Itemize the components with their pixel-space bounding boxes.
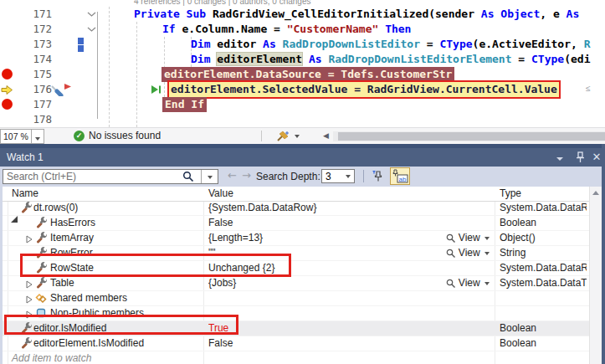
watch-type: String — [500, 247, 587, 259]
status-separator — [261, 131, 262, 141]
code-cleanup-dropdown[interactable] — [295, 135, 300, 138]
search-back-arrow[interactable]: ← — [228, 169, 237, 182]
watch-row-table[interactable]: Table{Jobs} View System.Data.DataT... — [0, 276, 605, 291]
watch-name[interactable]: Table — [50, 277, 201, 289]
vertical-scrollbar[interactable] — [589, 187, 602, 364]
add-item-to-watch-row[interactable]: Add item to watch — [0, 351, 605, 364]
watch-name[interactable]: RowState — [50, 262, 201, 274]
watch-row-rowstate[interactable]: RowStateUnchanged {2}System.Data.DataR..… — [0, 261, 605, 276]
code-line-178[interactable]: 178 — [0, 112, 605, 127]
watch-name[interactable]: ItemArray — [50, 232, 201, 244]
watch-value[interactable]: {System.Data.DataRow} — [208, 202, 443, 213]
panel-edge — [0, 187, 3, 364]
watch-value[interactable]: False — [208, 337, 443, 349]
code-text[interactable]: Dim editor As RadDropDownListEditor = CT… — [191, 37, 590, 52]
watch-title-bar[interactable]: Watch 1 ✕ — [0, 148, 605, 167]
expander-closed-icon[interactable] — [26, 295, 33, 306]
watch-row-editor-ismodified[interactable]: editor.IsModifiedTrueBoolean — [0, 321, 605, 336]
toolbar-separator — [363, 170, 364, 182]
pin-window-button[interactable] — [572, 148, 587, 167]
expander-closed-icon[interactable] — [26, 310, 33, 321]
code-line-173[interactable]: 173Dim editor As RadDropDownListEditor =… — [0, 37, 605, 52]
watch-row-editorelement-ismodified[interactable]: editorElement.IsModifiedFalseBoolean — [0, 336, 605, 351]
code-text[interactable]: Private Sub RadGridView_CellEditorInitia… — [134, 7, 586, 22]
pin-to-source-icon[interactable] — [370, 168, 387, 185]
code-text[interactable]: editorElement.SelectedValue = RadGridVie… — [167, 80, 561, 99]
watch-value[interactable]: {Length=13} — [208, 232, 443, 244]
expander-closed-icon[interactable] — [26, 279, 33, 291]
column-header-name[interactable]: Name — [12, 187, 38, 199]
expander-open-icon[interactable] — [11, 204, 18, 216]
breakpoint-icon[interactable] — [2, 69, 13, 79]
search-depth-label: Search Depth: — [256, 171, 320, 182]
window-position-button[interactable] — [552, 148, 567, 167]
view-button[interactable]: View — [423, 277, 490, 289]
code-cleanup-broom-icon[interactable] — [274, 130, 291, 143]
add-item-placeholder: Add item to watch — [12, 352, 91, 364]
issues-status-text[interactable]: No issues found — [89, 130, 161, 141]
panel-edge — [602, 144, 605, 364]
watch-name[interactable]: RowError — [50, 247, 201, 259]
watch-name[interactable]: dt.rows(0) — [33, 202, 201, 213]
watch-name[interactable]: HasErrors — [50, 217, 201, 228]
horizontal-scrollbar[interactable] — [333, 131, 605, 141]
expander-closed-icon[interactable] — [26, 234, 33, 246]
code-line-172[interactable]: 172If e.Column.Name = "CustomerName" The… — [0, 22, 605, 37]
watch-row-rowerror[interactable]: RowError"" View String — [0, 246, 605, 261]
code-line-171[interactable]: 171Private Sub RadGridView_CellEditorIni… — [0, 7, 605, 22]
search-options-dropdown[interactable] — [201, 170, 218, 183]
scroll-up-arrow[interactable] — [592, 191, 599, 195]
collapse-chevron-icon[interactable] — [87, 12, 96, 18]
view-button[interactable]: View — [423, 232, 490, 244]
search-box[interactable] — [3, 169, 218, 184]
property-wrench-icon — [20, 202, 32, 213]
collapse-chevron-icon[interactable] — [87, 27, 96, 33]
watch-type: Boolean — [500, 217, 587, 228]
hscroll-thumb[interactable] — [338, 132, 605, 141]
watch-row-haserrors[interactable]: HasErrorsFalseBoolean — [0, 216, 605, 231]
watch-row-dt-rows-0-[interactable]: dt.rows(0){System.Data.DataRow}System.Da… — [0, 201, 605, 216]
column-header-value[interactable]: Value — [208, 187, 233, 199]
watch-name[interactable]: Non-Public members — [50, 307, 201, 319]
watch-grid: Name Value Type dt.rows(0){System.Data.D… — [0, 187, 605, 364]
breakpoint-icon[interactable] — [2, 99, 13, 110]
zoom-dropdown-button[interactable] — [31, 129, 44, 144]
code-line-177[interactable]: 177End If — [0, 97, 605, 112]
pinnable-properties-toggle-icon[interactable]: ab — [390, 167, 410, 185]
property-wrench-icon — [20, 322, 32, 334]
watch-row-shared-members[interactable]: Shared members — [0, 291, 605, 306]
code-text[interactable]: If e.Column.Name = "CustomerName" Then — [162, 22, 411, 37]
watch-row-itemarray[interactable]: ItemArray{Length=13} View Object() — [0, 231, 605, 246]
watch-value[interactable]: "" — [208, 247, 443, 259]
codelens-info[interactable]: 4 references | 0 changes | 0 authors, 0 … — [134, 0, 310, 6]
watch-title: Watch 1 — [7, 151, 44, 163]
code-line-174[interactable]: 174Dim editorElement As RadDropDownListE… — [0, 52, 605, 67]
watch-row-non-public-members[interactable]: Non-Public members — [0, 306, 605, 321]
watch-value[interactable]: Unchanged {2} — [208, 262, 443, 274]
code-line-176[interactable]: 176editorElement.SelectedValue = RadGrid… — [0, 82, 605, 97]
watch-value[interactable]: True — [208, 322, 443, 334]
property-wrench-icon — [35, 247, 47, 259]
watch-value[interactable]: False — [208, 217, 443, 228]
magnifier-icon — [446, 249, 456, 258]
search-depth-combo[interactable]: 3 — [321, 169, 355, 183]
magnifier-icon — [446, 233, 456, 243]
property-wrench-icon — [35, 277, 47, 289]
eol-marker: ≤ — [586, 84, 591, 93]
search-icon — [182, 171, 194, 186]
search-forward-arrow[interactable]: → — [242, 169, 251, 182]
watch-name[interactable]: editor.IsModified — [33, 322, 201, 334]
watch-value[interactable]: {Jobs} — [208, 277, 443, 289]
code-text[interactable]: Dim editorElement As RadDropDownListEdit… — [191, 52, 590, 67]
zoom-level-combo[interactable]: 107 % — [0, 129, 34, 144]
code-editor[interactable]: 4 references | 0 changes | 0 authors, 0 … — [0, 0, 605, 127]
search-input[interactable] — [3, 170, 178, 183]
column-header-type[interactable]: Type — [500, 187, 521, 199]
hscroll-left-arrow[interactable]: ◀ — [323, 131, 329, 140]
line-number: 175 — [17, 68, 52, 80]
watch-name[interactable]: editorElement.IsModified — [33, 337, 201, 349]
watch-name[interactable]: Shared members — [50, 292, 201, 304]
view-button[interactable]: View — [423, 247, 490, 259]
code-text[interactable]: End If — [162, 97, 207, 112]
run-to-click-icon[interactable] — [151, 85, 162, 95]
